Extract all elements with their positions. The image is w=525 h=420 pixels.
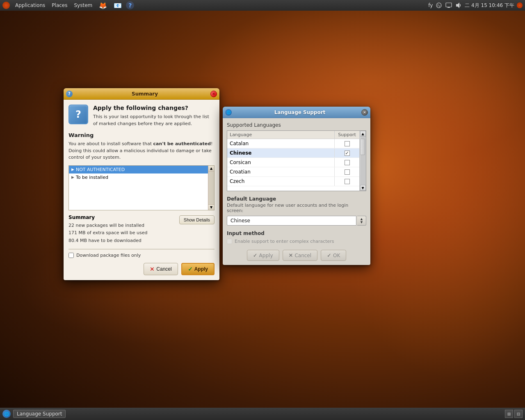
lang-row-catalan[interactable]: Catalan xyxy=(227,139,359,148)
lang-list-scrollbar: ▲ ▼ xyxy=(359,131,366,191)
lang-support-body: Supported Languages Language Support Cat… xyxy=(223,118,370,265)
default-lang-label: Default Language xyxy=(227,196,366,202)
lang-name-czech: Czech xyxy=(227,177,335,186)
lang-ok-button[interactable]: ✓ OK xyxy=(321,250,346,261)
lang-name-catalan: Catalan xyxy=(227,139,335,148)
lang-row-corsican[interactable]: Corsican xyxy=(227,158,359,167)
tree-scroll-down[interactable]: ▼ xyxy=(208,204,214,210)
lang-row-croatian[interactable]: Croatian xyxy=(227,167,359,177)
dialog-header-text: Apply the following changes? This is you… xyxy=(93,105,215,127)
lang-support-title: Language Support xyxy=(232,110,368,115)
croatian-checkbox[interactable] xyxy=(345,169,350,175)
window-list-icon[interactable]: ⊞ xyxy=(505,410,513,418)
lang-scroll-up[interactable]: ▲ xyxy=(360,131,366,137)
dialog-header: ? Apply the following changes? This is y… xyxy=(68,105,215,127)
lang-scroll-track xyxy=(360,137,366,185)
language-list-container: Language Support Catalan Chinese xyxy=(227,130,366,191)
lang-cancel-button[interactable]: ✕ Cancel xyxy=(283,250,318,261)
apply-check-icon: ✓ xyxy=(188,266,193,272)
separator xyxy=(68,249,215,249)
arrow-down-icon: ▼ xyxy=(361,221,363,224)
lang-check-corsican[interactable] xyxy=(335,158,359,167)
applications-menu[interactable]: Applications xyxy=(13,2,48,9)
lang-support-buttons: ✓ Apply ✕ Cancel ✓ OK xyxy=(227,250,366,261)
window-grid-icon[interactable]: ⊟ xyxy=(514,410,523,418)
lang-row-czech[interactable]: Czech xyxy=(227,177,359,186)
tree-scroll-track xyxy=(208,171,214,204)
download-only-checkbox[interactable] xyxy=(68,253,74,258)
language-support-dialog: 🌐 Language Support ✕ Supported Languages… xyxy=(223,107,370,265)
lang-check-chinese[interactable] xyxy=(335,149,359,158)
summary-apply-button[interactable]: ✓ Apply xyxy=(181,263,215,275)
dropdown-arrow-button[interactable]: ▲ ▼ xyxy=(357,216,366,226)
lang-check-catalan[interactable] xyxy=(335,139,359,148)
summary-close-button[interactable]: ✕ xyxy=(210,91,217,97)
ubuntu-logo-icon xyxy=(2,2,10,9)
input-method-section: Input method Enable support to enter com… xyxy=(227,231,366,244)
lang-check-czech[interactable] xyxy=(335,177,359,186)
lang-scroll-down[interactable]: ▼ xyxy=(360,185,366,191)
default-language-section: Default Language Default language for ne… xyxy=(227,196,366,226)
firefox-icon[interactable]: 🦊 xyxy=(96,1,110,10)
stat-1: 22 new packages will be installed xyxy=(68,222,147,230)
lang-name-chinese: Chinese xyxy=(227,148,335,158)
lang-support-titlebar: 🌐 Language Support ✕ xyxy=(223,107,370,118)
change-list[interactable]: ▶ NOT AUTHENTICATED ▶ To be installed ▲ … xyxy=(68,165,215,210)
summary-cancel-button[interactable]: ✕ Cancel xyxy=(144,263,178,275)
lang-apply-button[interactable]: ✓ Apply xyxy=(247,250,279,261)
language-list[interactable]: Language Support Catalan Chinese xyxy=(227,131,359,191)
thunderbird-icon[interactable]: 📧 xyxy=(111,1,124,10)
corsican-checkbox[interactable] xyxy=(345,160,350,165)
stat-2: 171 MB of extra space will be used xyxy=(68,229,147,237)
tree-item-not-authenticated[interactable]: ▶ NOT AUTHENTICATED xyxy=(69,166,208,173)
lang-row-chinese[interactable]: Chinese xyxy=(227,148,359,158)
lang-check-croatian[interactable] xyxy=(335,168,359,176)
input-method-checkbox[interactable] xyxy=(227,239,232,244)
default-lang-dropdown[interactable]: Chinese xyxy=(227,216,356,226)
input-method-checkbox-label: Enable support to enter complex characte… xyxy=(235,239,334,244)
ok-check-icon-disabled: ✓ xyxy=(327,252,331,258)
tree-item-to-install[interactable]: ▶ To be installed xyxy=(69,173,208,181)
summary-label: Summary 22 new packages will be installe… xyxy=(68,215,147,245)
summary-dialog-buttons: ✕ Cancel ✓ Apply xyxy=(68,263,215,275)
lang-support-icon: 🌐 xyxy=(225,109,232,116)
power-icon[interactable] xyxy=(517,2,523,8)
system-menu[interactable]: System xyxy=(71,2,95,9)
taskbar-top-right: fy fy 二 4月 15 10:46 下午 xyxy=(428,2,523,9)
speaker-icon[interactable] xyxy=(455,2,462,9)
taskbar-lang-support-item[interactable]: Language Support xyxy=(13,410,66,418)
svg-rect-3 xyxy=(447,7,450,8)
summary-titlebar: ? Summary ✕ xyxy=(64,88,219,100)
desktop: Applications Places System 🦊 📧 ? fy fy xyxy=(0,0,525,420)
svg-rect-2 xyxy=(446,3,452,7)
lang-name-croatian: Croatian xyxy=(227,167,335,176)
catalan-checkbox[interactable] xyxy=(345,141,350,146)
window-management: ⊞ ⊟ xyxy=(505,410,523,418)
stat-3: 80.4 MB have to be downloaded xyxy=(68,237,147,245)
taskbar-top: Applications Places System 🦊 📧 ? fy fy xyxy=(0,0,525,11)
chinese-checkbox[interactable] xyxy=(345,151,350,156)
arrow-up-icon: ▲ xyxy=(361,218,363,221)
lang-support-close-button[interactable]: ✕ xyxy=(361,109,368,116)
summary-dialog-icon: ? xyxy=(66,91,73,97)
svg-marker-4 xyxy=(456,2,459,8)
input-method-checkbox-row: Enable support to enter complex characte… xyxy=(227,239,366,244)
im-icon[interactable]: fy xyxy=(435,2,443,9)
help-icon[interactable]: ? xyxy=(126,1,134,9)
tree-arrow-icon: ▶ xyxy=(71,167,74,171)
lang-name-corsican: Corsican xyxy=(227,158,335,167)
summary-section: Summary 22 new packages will be installe… xyxy=(68,215,215,245)
tree-scroll-up[interactable]: ▲ xyxy=(208,166,214,171)
show-details-button[interactable]: Show Details xyxy=(179,215,215,224)
taskbar-bottom-right: ⊞ ⊟ xyxy=(505,410,523,418)
czech-checkbox[interactable] xyxy=(345,179,350,184)
lang-scroll-thumb[interactable] xyxy=(360,139,365,155)
username: fy xyxy=(428,2,433,8)
places-menu[interactable]: Places xyxy=(49,2,70,9)
supported-languages-label: Supported Languages xyxy=(227,122,366,128)
lang-list-header: Language Support xyxy=(227,131,359,139)
monitor-icon[interactable] xyxy=(445,2,452,9)
taskbar-top-left: Applications Places System 🦊 📧 ? xyxy=(2,1,134,10)
input-method-label: Input method xyxy=(227,231,366,236)
summary-row: Summary 22 new packages will be installe… xyxy=(68,215,215,245)
